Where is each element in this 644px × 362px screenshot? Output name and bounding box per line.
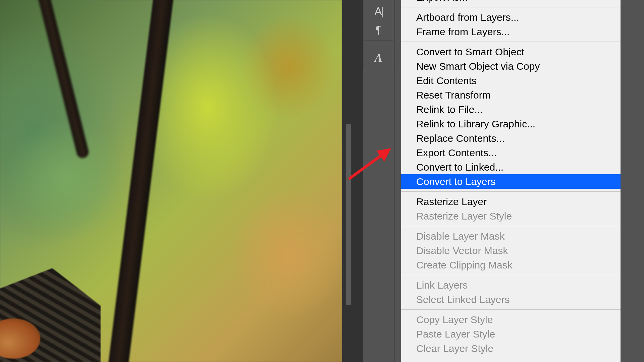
menu-item: Paste Layer Style [401,327,621,341]
menu-separator [401,226,621,226]
menu-item[interactable]: Edit Contents [401,73,621,88]
menu-item[interactable]: Relink to Library Graphic... [401,117,621,131]
menu-item[interactable]: Convert to Layers [401,174,621,189]
glyphs-panel-icon[interactable]: A [368,49,388,67]
menu-separator [401,42,621,42]
menu-separator [401,275,621,275]
menu-item[interactable]: Rasterize Layer [401,194,621,209]
menu-item[interactable]: Relink to File... [401,102,621,117]
photo-branch [106,0,175,362]
menu-item: Clear Layer Style [401,341,621,356]
character-panel-icon[interactable]: A| [368,2,388,20]
document-canvas[interactable] [0,0,342,362]
menu-item[interactable]: Reset Transform [401,88,621,102]
menu-item[interactable]: Convert to Linked... [401,160,621,174]
menu-item: Disable Vector Mask [401,243,621,258]
menu-separator [401,7,621,7]
menu-item[interactable]: Artboard from Layers... [401,10,621,24]
menu-item: Disable Layer Mask [401,229,621,243]
menu-item: Link Layers [401,278,621,292]
menu-item[interactable]: New Smart Object via Copy [401,59,621,73]
photo-branch-secondary [30,0,90,159]
photo-bird [0,268,101,362]
menu-separator [401,191,621,192]
type-panel-strip: A| ¶ A [362,0,394,362]
vertical-scrollbar-track[interactable] [342,0,362,362]
menu-item[interactable]: Export Contents... [401,145,621,160]
menu-item[interactable]: Convert to Smart Object [401,45,621,59]
menu-item[interactable]: Replace Contents... [401,131,621,145]
menu-separator [401,309,621,310]
menu-item: Rasterize Layer Style [401,209,621,223]
menu-item: Copy Layer Style [401,312,621,327]
menu-item: Select Linked Layers [401,292,621,307]
layer-context-menu: Export As...Artboard from Layers...Frame… [401,0,621,362]
vertical-scrollbar-thumb[interactable] [346,124,351,305]
menu-item: Create Clipping Mask [401,258,621,272]
menu-item[interactable]: Frame from Layers... [401,24,621,39]
paragraph-panel-icon[interactable]: ¶ [368,20,388,39]
menu-item[interactable]: Export As... [401,0,621,4]
